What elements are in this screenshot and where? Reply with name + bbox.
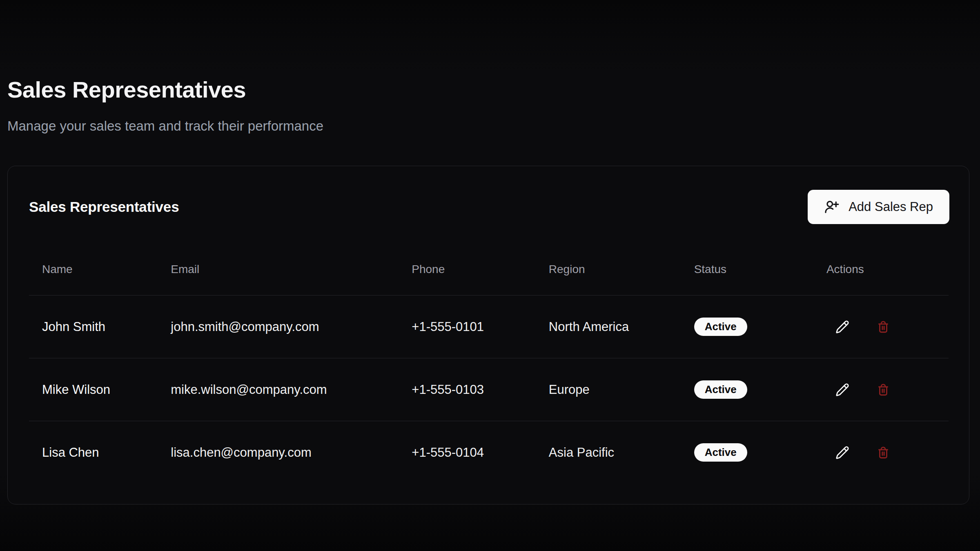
sales-reps-card: Sales Representatives Add Sales Rep (7, 166, 969, 504)
trash-icon (876, 320, 890, 334)
rep-region: North America (536, 295, 681, 358)
pencil-icon (835, 383, 849, 397)
sales-reps-table: Name Email Phone Region Status Actions J… (29, 244, 949, 484)
rep-region: Europe (536, 358, 681, 421)
table-header-row: Name Email Phone Region Status Actions (29, 244, 949, 295)
card-header: Sales Representatives Add Sales Rep (8, 166, 969, 244)
rep-status-cell: Active (681, 421, 813, 484)
rep-phone: +1-555-0103 (399, 358, 536, 421)
trash-icon (876, 383, 890, 397)
table-wrap: Name Email Phone Region Status Actions J… (8, 244, 969, 504)
delete-button[interactable] (876, 320, 890, 334)
rep-phone: +1-555-0101 (399, 295, 536, 358)
pencil-icon (835, 446, 849, 460)
table-row: Mike Wilson mike.wilson@company.com +1-5… (29, 358, 949, 421)
add-sales-rep-label: Add Sales Rep (849, 200, 933, 214)
edit-button[interactable] (835, 383, 849, 397)
column-header-actions: Actions (813, 244, 949, 295)
add-sales-rep-button[interactable]: Add Sales Rep (808, 190, 949, 224)
rep-name: John Smith (29, 295, 158, 358)
user-plus-icon (824, 199, 840, 215)
column-header-phone: Phone (399, 244, 536, 295)
edit-button[interactable] (835, 320, 849, 334)
status-badge: Active (694, 318, 747, 336)
rep-region: Asia Pacific (536, 421, 681, 484)
table-row: Lisa Chen lisa.chen@company.com +1-555-0… (29, 421, 949, 484)
table-row: John Smith john.smith@company.com +1-555… (29, 295, 949, 358)
column-header-region: Region (536, 244, 681, 295)
rep-phone: +1-555-0104 (399, 421, 536, 484)
delete-button[interactable] (876, 446, 890, 460)
rep-actions-cell (813, 421, 949, 484)
rep-actions-cell (813, 358, 949, 421)
rep-name: Mike Wilson (29, 358, 158, 421)
trash-icon (876, 446, 890, 460)
rep-status-cell: Active (681, 358, 813, 421)
page-subtitle: Manage your sales team and track their p… (7, 118, 969, 135)
rep-status-cell: Active (681, 295, 813, 358)
status-badge: Active (694, 380, 747, 399)
card-title: Sales Representatives (29, 198, 179, 216)
page: Sales Representatives Manage your sales … (0, 0, 980, 551)
rep-actions-cell (813, 295, 949, 358)
column-header-status: Status (681, 244, 813, 295)
page-header: Sales Representatives Manage your sales … (7, 76, 969, 135)
pencil-icon (835, 320, 849, 334)
column-header-name: Name (29, 244, 158, 295)
column-header-email: Email (158, 244, 399, 295)
delete-button[interactable] (876, 383, 890, 397)
rep-email: john.smith@company.com (158, 295, 399, 358)
status-badge: Active (694, 443, 747, 462)
edit-button[interactable] (835, 446, 849, 460)
rep-name: Lisa Chen (29, 421, 158, 484)
rep-email: lisa.chen@company.com (158, 421, 399, 484)
rep-email: mike.wilson@company.com (158, 358, 399, 421)
page-title: Sales Representatives (7, 76, 969, 104)
